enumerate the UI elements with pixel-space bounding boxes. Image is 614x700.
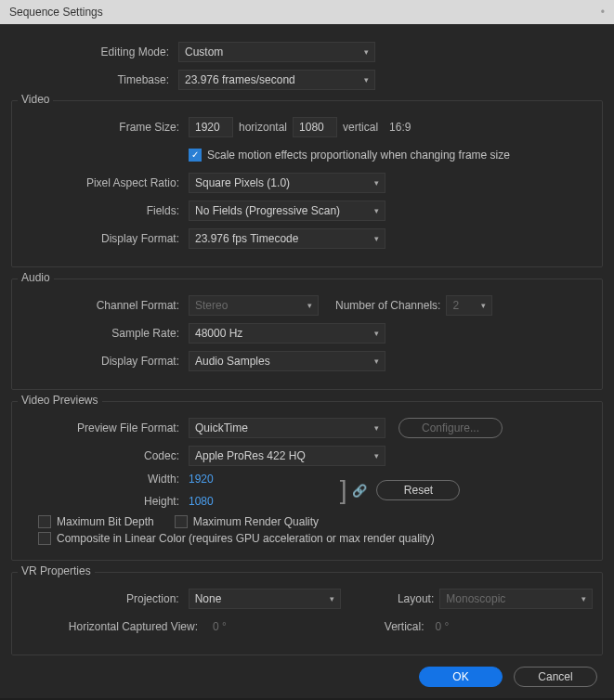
chevron-down-icon: ▾ — [330, 594, 334, 603]
window-title: Sequence Settings — [9, 6, 103, 19]
chevron-down-icon: ▾ — [364, 47, 369, 57]
timebase-label: Timebase: — [11, 73, 178, 86]
par-select[interactable]: Square Pixels (1.0) ▾ — [189, 173, 385, 193]
titlebar: Sequence Settings • — [0, 0, 614, 24]
par-label: Pixel Aspect Ratio: — [21, 176, 189, 189]
preview-height-value[interactable]: 1080 — [189, 495, 214, 508]
height-label: Height: — [21, 495, 189, 508]
vr-vertical-label: Vertical: — [385, 620, 425, 633]
audio-display-format-label: Display Format: — [21, 355, 189, 368]
audio-display-format-select[interactable]: Audio Samples ▾ — [189, 351, 385, 371]
vr-section-title: VR Properties — [18, 564, 95, 577]
projection-value: None — [195, 592, 222, 605]
chevron-down-icon: ▾ — [374, 206, 379, 215]
num-channels-select: 2 ▾ — [446, 295, 492, 316]
video-section-title: Video — [18, 93, 53, 106]
editing-mode-select[interactable]: Custom ▾ — [178, 42, 375, 62]
fields-value: No Fields (Progressive Scan) — [195, 204, 340, 217]
vr-section: VR Properties Projection: None ▾ Layout:… — [11, 572, 603, 655]
dialog-footer: OK Cancel — [0, 655, 614, 698]
composite-linear-label: Composite in Linear Color (requires GPU … — [57, 532, 435, 545]
video-section: Video Frame Size: 1920 horizontal 1080 v… — [11, 100, 603, 267]
horizontal-label: horizontal — [239, 121, 287, 134]
num-channels-value: 2 — [452, 299, 459, 312]
preview-file-format-value: QuickTime — [195, 421, 248, 434]
max-render-checkbox[interactable] — [175, 515, 188, 528]
link-icon[interactable]: 🔗 — [352, 484, 367, 498]
hcv-label: Horizontal Captured View: — [21, 620, 207, 633]
audio-section-title: Audio — [18, 271, 54, 284]
max-bit-depth-label: Maximum Bit Depth — [57, 515, 154, 528]
cancel-button[interactable]: Cancel — [514, 667, 597, 687]
frame-size-label: Frame Size: — [21, 121, 189, 134]
layout-select: Monoscopic ▾ — [439, 589, 593, 609]
window-menu-icon[interactable]: • — [601, 6, 605, 19]
composite-linear-checkbox[interactable] — [38, 532, 51, 545]
timebase-value: 23.976 frames/second — [185, 73, 295, 86]
chevron-down-icon: ▾ — [374, 356, 379, 366]
max-render-label: Maximum Render Quality — [193, 515, 319, 528]
timebase-select[interactable]: 23.976 frames/second ▾ — [178, 70, 375, 90]
editing-mode-label: Editing Mode: — [11, 45, 178, 58]
chevron-down-icon: ▾ — [374, 178, 379, 188]
editing-mode-value: Custom — [185, 45, 223, 58]
reset-button[interactable]: Reset — [376, 480, 460, 500]
channel-format-value: Stereo — [195, 299, 228, 312]
dialog-content: Editing Mode: Custom ▾ Timebase: 23.976 … — [0, 24, 614, 655]
bracket-icon: ] — [340, 475, 347, 505]
audio-display-format-value: Audio Samples — [195, 355, 270, 368]
projection-label: Projection: — [21, 592, 189, 605]
sample-rate-value: 48000 Hz — [195, 327, 242, 340]
scale-motion-checkbox[interactable] — [189, 149, 202, 162]
chevron-down-icon: ▾ — [307, 301, 312, 310]
chevron-down-icon: ▾ — [374, 423, 379, 433]
chevron-down-icon: ▾ — [374, 234, 379, 243]
codec-select[interactable]: Apple ProRes 422 HQ ▾ — [189, 446, 385, 466]
video-display-format-select[interactable]: 23.976 fps Timecode ▾ — [189, 228, 385, 249]
preview-file-format-select[interactable]: QuickTime ▾ — [189, 418, 385, 438]
fields-label: Fields: — [21, 204, 189, 217]
channel-format-select: Stereo ▾ — [189, 295, 319, 316]
chevron-down-icon: ▾ — [364, 75, 369, 84]
previews-section-title: Video Previews — [18, 394, 102, 407]
codec-label: Codec: — [21, 449, 189, 462]
frame-width-input[interactable]: 1920 — [189, 117, 233, 137]
preview-width-value[interactable]: 1920 — [189, 473, 214, 486]
configure-button: Configure... — [398, 418, 503, 438]
chevron-down-icon: ▾ — [374, 451, 379, 460]
aspect-ratio-text: 16:9 — [389, 121, 411, 134]
preview-file-format-label: Preview File Format: — [21, 421, 189, 434]
num-channels-label: Number of Channels: — [335, 299, 440, 312]
layout-value: Monoscopic — [446, 592, 505, 605]
chevron-down-icon: ▾ — [581, 594, 586, 603]
layout-label: Layout: — [369, 592, 434, 605]
sample-rate-select[interactable]: 48000 Hz ▾ — [189, 323, 385, 344]
sample-rate-label: Sample Rate: — [21, 327, 189, 340]
hcv-value: 0 ° — [213, 620, 227, 633]
max-bit-depth-checkbox[interactable] — [38, 515, 51, 528]
chevron-down-icon: ▾ — [481, 301, 486, 310]
audio-section: Audio Channel Format: Stereo ▾ Number of… — [11, 279, 603, 390]
fields-select[interactable]: No Fields (Progressive Scan) ▾ — [189, 201, 385, 221]
codec-value: Apple ProRes 422 HQ — [195, 449, 306, 462]
frame-height-input[interactable]: 1080 — [293, 117, 337, 137]
channel-format-label: Channel Format: — [21, 299, 189, 312]
projection-select[interactable]: None ▾ — [189, 589, 342, 609]
par-value: Square Pixels (1.0) — [195, 176, 290, 189]
video-display-format-value: 23.976 fps Timecode — [195, 232, 298, 245]
video-display-format-label: Display Format: — [21, 232, 189, 245]
vertical-label: vertical — [343, 121, 378, 134]
previews-section: Video Previews Preview File Format: Quic… — [11, 401, 603, 561]
scale-motion-label: Scale motion effects proportionally when… — [207, 149, 510, 162]
width-label: Width: — [21, 473, 189, 486]
vr-vertical-value: 0 ° — [436, 620, 450, 633]
chevron-down-icon: ▾ — [374, 329, 379, 338]
ok-button[interactable]: OK — [419, 667, 503, 687]
